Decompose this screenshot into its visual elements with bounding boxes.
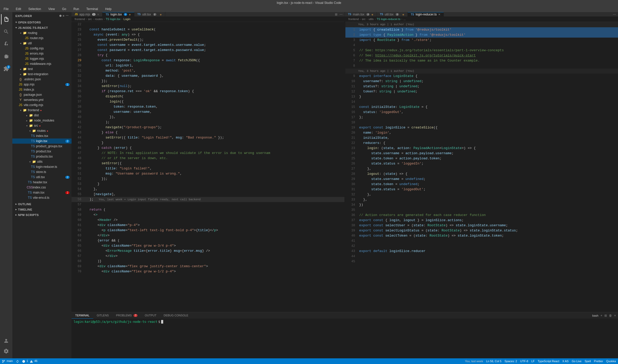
activity-debug[interactable] — [1, 51, 11, 62]
status-errors[interactable]: 1 46 — [22, 359, 38, 363]
split-editor-icon[interactable]: ⊞ — [335, 13, 337, 16]
close-icon[interactable]: ● — [371, 12, 373, 16]
tab-login-reducer[interactable]: TS login-reducer.ts × — [408, 12, 444, 16]
sidebar-item-util-tsx[interactable]: TS util.tsx 2 — [12, 175, 72, 180]
sidebar-item-config-mjs[interactable]: JS config.mjs — [12, 46, 72, 51]
menu-terminal[interactable]: Terminal — [85, 7, 99, 11]
tab-login-tsx[interactable]: TS login.tsx 2 ● — [102, 12, 134, 16]
breadcrumb-src[interactable]: src — [88, 18, 92, 21]
menu-help[interactable]: Help — [104, 7, 113, 11]
sidebar-item-utils[interactable]: ▾ 📁 utils — [12, 159, 72, 164]
menu-edit[interactable]: Edit — [14, 7, 23, 11]
activity-search[interactable] — [1, 27, 11, 37]
status-line-ending[interactable]: LF — [531, 360, 535, 363]
activity-settings[interactable] — [1, 346, 11, 356]
sidebar-item-serverless-yml[interactable]: Y serverless.yml — [12, 97, 72, 102]
tab-terminal[interactable]: TERMINAL — [72, 312, 93, 319]
tab-util-tsx-left[interactable]: TS util.tsx 2 ● — [134, 12, 165, 16]
sidebar-item-util[interactable]: ▾ 📁 util — [12, 41, 72, 46]
sidebar-item-index-tsx[interactable]: TS index.tsx — [12, 133, 72, 138]
sidebar-item-store-ts[interactable]: TS store.ts — [12, 169, 72, 175]
status-spaces[interactable]: Spaces: 2 — [504, 360, 517, 363]
status-branch[interactable]: main — [2, 359, 13, 363]
status-prettier[interactable]: Prettier — [594, 360, 603, 363]
sidebar-item-logger-mjs[interactable]: JS logger.mjs — [12, 56, 72, 61]
status-language[interactable]: TypeScript React — [538, 360, 559, 363]
sidebar-item-login-tsx[interactable]: TS login.tsx 2 — [12, 138, 72, 144]
tab-app-mjs[interactable]: JS app.mjs 1 × — [72, 12, 102, 16]
close-icon[interactable]: × — [97, 12, 99, 16]
menu-go[interactable]: Go — [60, 7, 68, 11]
breadcrumb-frontend[interactable]: frontend — [75, 18, 85, 21]
sidebar-item-products-tsx[interactable]: TS products.tsx — [12, 154, 72, 159]
outline-section[interactable]: ▸ OUTLINE — [12, 201, 72, 207]
sidebar-item-node-modules[interactable]: ▸ 📁 node_modules — [12, 118, 72, 123]
sidebar-item-product-groups[interactable]: TS product_groups.tsx — [12, 144, 72, 149]
close-icon[interactable]: ● — [129, 12, 131, 16]
tab-main-tsx[interactable]: TS main.tsx 2 ● — [345, 12, 377, 16]
status-position[interactable]: Ln 56, Col 5 — [486, 360, 501, 363]
activity-explorer[interactable] — [1, 14, 11, 24]
add-terminal-icon[interactable]: + — [600, 314, 602, 317]
sidebar-item-header-tsx[interactable]: TS header.tsx — [12, 180, 72, 185]
sidebar-item-middleware-mjs[interactable]: JS middleware.mjs — [12, 61, 72, 66]
trash-icon[interactable]: 🗑 — [609, 314, 612, 317]
breadcrumb-ellipsis[interactable]: ... — [403, 18, 406, 21]
menu-run[interactable]: Run — [72, 7, 81, 11]
left-editor-code[interactable]: 22 23 const handleSubmit = useCallback( … — [72, 22, 344, 312]
status-sync[interactable] — [16, 359, 19, 363]
breadcrumb-routes[interactable]: routes — [95, 18, 103, 21]
sidebar-more-icon[interactable]: ⋯ — [66, 14, 69, 18]
sidebar-item-routing[interactable]: ▾ 📁 routing — [12, 30, 72, 36]
menu-file[interactable]: File — [2, 7, 10, 11]
more-actions-icon[interactable]: ⋯ — [340, 13, 343, 16]
status-quokka[interactable]: Quokka — [606, 360, 616, 363]
open-editors-section[interactable]: ▾ OPEN EDITORS — [12, 20, 72, 25]
close-icon[interactable]: ● — [160, 12, 162, 16]
status-go-live[interactable]: Go Live — [572, 360, 581, 363]
breadcrumb-login-reducer[interactable]: TS login-reducer.ts — [377, 18, 400, 21]
status-xas[interactable]: X AS — [562, 360, 569, 363]
sidebar-new-file-icon[interactable]: ⊕ — [59, 14, 62, 18]
breadcrumb-utils-right[interactable]: utils — [369, 18, 374, 21]
split-terminal-icon[interactable]: ⊞ — [604, 314, 607, 317]
menu-selection[interactable]: Selection — [27, 7, 42, 11]
sidebar-item-errors-mjs[interactable]: JS errors.mjs — [12, 51, 72, 56]
sidebar-item-test-integration[interactable]: ▸ 📁 test-integration — [12, 72, 72, 77]
tab-debug-console[interactable]: DEBUG CONSOLE — [160, 312, 192, 319]
timeline-section[interactable]: ▸ TIMELINE — [12, 207, 72, 212]
tab-output[interactable]: OUTPUT — [141, 312, 160, 319]
breadcrumb-login-fn[interactable]: Login — [124, 18, 130, 21]
status-spell[interactable]: Spell — [585, 360, 591, 363]
sidebar-item-vite-config[interactable]: JS vite.config.mjs — [12, 102, 72, 108]
tab-util-tsx-right[interactable]: TS util.tsx 2 ● — [377, 12, 408, 16]
sidebar-item-login-reducer[interactable]: TS login-reducer.ts — [12, 164, 72, 169]
status-encoding[interactable]: UTF-8 — [520, 360, 528, 363]
sidebar-item-app-mjs[interactable]: JS app.mjs 1 — [12, 82, 72, 87]
sidebar-item-product-tsx[interactable]: TS product.tsx — [12, 149, 72, 154]
sidebar-collapse-icon[interactable]: ≡ — [63, 14, 65, 18]
breadcrumb-src-right[interactable]: src — [362, 18, 366, 21]
breadcrumb-login-tsx[interactable]: TS login.tsx — [106, 18, 120, 21]
menu-view[interactable]: View — [47, 7, 56, 11]
sidebar-item-eslintrc[interactable]: {} .eslintrc.json — [12, 77, 72, 82]
sidebar-item-src[interactable]: ▾ 📁 src ● — [12, 123, 72, 128]
sidebar-item-dist[interactable]: ▸ 📁 dist — [12, 113, 72, 118]
tab-problems[interactable]: PROBLEMS 7 — [112, 312, 141, 319]
more-actions-icon[interactable]: ⋯ — [613, 13, 616, 16]
close-icon[interactable]: ● — [402, 12, 404, 16]
breadcrumb-frontend-right[interactable]: frontend — [349, 18, 359, 21]
close-icon[interactable]: × — [438, 12, 440, 16]
sidebar-item-routes[interactable]: ▾ 📁 routes ● — [12, 128, 72, 133]
activity-extensions[interactable] — [1, 64, 11, 74]
sidebar-item-router-mjs[interactable]: JS router.mjs — [12, 36, 72, 41]
activity-accounts[interactable] — [1, 336, 11, 346]
terminal-content[interactable]: login:kari@p53:/a/prs/github/js-node-ts-… — [72, 319, 618, 358]
npm-scripts-section[interactable]: ▸ NPM SCRIPTS — [12, 212, 72, 218]
tab-gitlens[interactable]: GITLENS — [93, 312, 112, 319]
sidebar-item-index-js[interactable]: JS index.js — [12, 87, 72, 92]
activity-source-control[interactable] — [1, 39, 11, 49]
sidebar-item-main-tsx[interactable]: TS main.tsx 2 — [12, 190, 72, 195]
sidebar-item-frontend[interactable]: ▾ 📁 frontend ● — [12, 108, 72, 113]
project-section[interactable]: ▾ JS-NODE-TS-REACT — [12, 25, 72, 30]
